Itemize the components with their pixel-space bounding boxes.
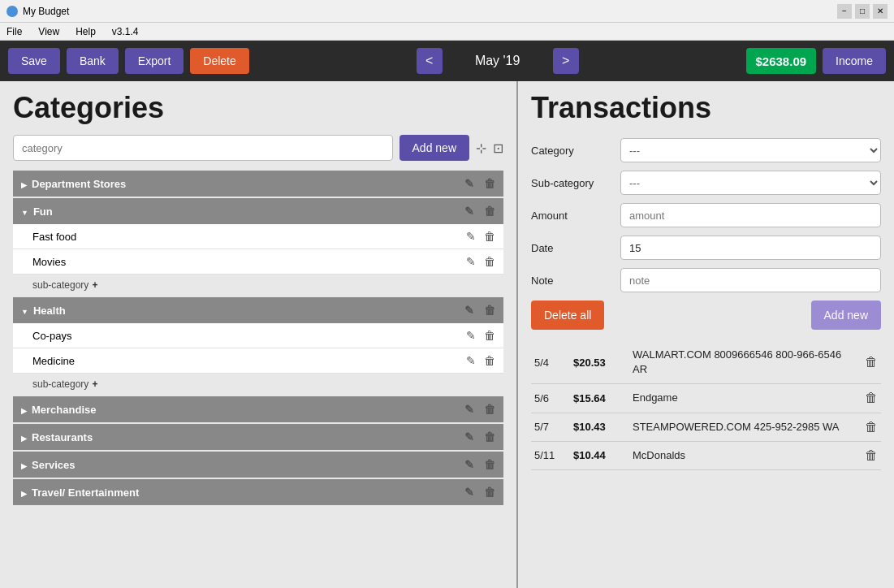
delete-co-pays-icon[interactable]: 🗑 (484, 329, 495, 342)
delete-department-stores-icon[interactable]: 🗑 (484, 177, 495, 190)
delete-button[interactable]: Delete (190, 48, 248, 74)
chevron-right-icon (21, 431, 27, 443)
categories-title: Categories (13, 91, 503, 125)
close-button[interactable]: ✕ (873, 4, 888, 19)
list-item: Movies ✎ 🗑 (13, 249, 503, 275)
sub-category-select[interactable]: --- (620, 171, 881, 195)
edit-fast-food-icon[interactable]: ✎ (466, 230, 476, 243)
category-group-department-stores: Department Stores ✎ 🗑 (13, 171, 503, 197)
transactions-title: Transactions (531, 91, 881, 125)
maximize-button[interactable]: □ (855, 4, 870, 19)
transaction-date: 5/6 (534, 392, 567, 404)
note-input[interactable] (620, 268, 881, 292)
amount-row: Amount (531, 203, 881, 227)
categories-panel: Categories Add new ⊹ ⊡ Department Stores (0, 81, 518, 588)
title-bar: My Budget − □ ✕ (0, 0, 894, 23)
month-label: May '19 (449, 54, 546, 68)
transaction-amount: $20.53 (573, 357, 626, 369)
amount-input[interactable] (620, 203, 881, 227)
resize-icon[interactable]: ⊹ (476, 141, 486, 156)
delete-fun-icon[interactable]: 🗑 (484, 205, 495, 218)
transaction-date: 5/11 (534, 449, 567, 461)
delete-transaction-icon[interactable]: 🗑 (865, 391, 878, 405)
bank-button[interactable]: Bank (67, 48, 119, 74)
category-group-travel: Travel/ Entertainment ✎ 🗑 (13, 479, 503, 505)
delete-health-icon[interactable]: 🗑 (484, 304, 495, 317)
minimize-button[interactable]: − (837, 4, 852, 19)
category-header-merchandise[interactable]: Merchandise ✎ 🗑 (13, 396, 503, 422)
delete-restaurants-icon[interactable]: 🗑 (484, 430, 495, 443)
date-input[interactable] (620, 236, 881, 260)
category-group-fun: Fun ✎ 🗑 Fast food ✎ 🗑 Movies (13, 198, 503, 296)
edit-co-pays-icon[interactable]: ✎ (466, 329, 476, 342)
category-header-services[interactable]: Services ✎ 🗑 (13, 452, 503, 478)
category-row: Category --- (531, 138, 881, 162)
date-row: Date (531, 236, 881, 260)
delete-transaction-icon[interactable]: 🗑 (865, 420, 878, 435)
chevron-down-icon (21, 205, 28, 218)
edit-merchandise-icon[interactable]: ✎ (464, 403, 474, 416)
edit-movies-icon[interactable]: ✎ (466, 255, 476, 268)
category-search-input[interactable] (13, 135, 393, 161)
edit-travel-icon[interactable]: ✎ (464, 486, 474, 499)
subcategory-fast-food: Fast food (32, 231, 76, 243)
sub-category-label-health: sub-category (32, 378, 89, 390)
menu-bar: File View Help v3.1.4 (0, 23, 894, 41)
subcategory-co-pays: Co-pays (32, 330, 71, 342)
edit-health-icon[interactable]: ✎ (464, 304, 474, 317)
category-name-health: Health (33, 305, 66, 317)
income-button[interactable]: Income (823, 48, 886, 74)
menu-view[interactable]: View (35, 24, 63, 39)
subcategory-medicine: Medicine (32, 355, 75, 367)
chevron-right-icon (21, 486, 27, 499)
category-header-department-stores[interactable]: Department Stores ✎ 🗑 (13, 171, 503, 197)
export-button[interactable]: Export (125, 48, 184, 74)
category-header-restaurants[interactable]: Restaurants ✎ 🗑 (13, 424, 503, 450)
add-subcategory-health[interactable]: sub-category + (13, 374, 503, 395)
list-item: Co-pays ✎ 🗑 (13, 323, 503, 348)
transaction-description: STEAMPOWERED.COM 425-952-2985 WA (633, 420, 858, 435)
sub-category-label: sub-category (32, 279, 89, 291)
transaction-actions: Delete all Add new (531, 300, 881, 330)
add-subcategory-fun[interactable]: sub-category + (13, 275, 503, 296)
category-select[interactable]: --- (620, 138, 881, 162)
delete-movies-icon[interactable]: 🗑 (484, 255, 495, 268)
menu-help[interactable]: Help (72, 24, 99, 39)
income-amount: $2638.09 (746, 48, 817, 74)
edit-services-icon[interactable]: ✎ (464, 458, 474, 471)
delete-transaction-icon[interactable]: 🗑 (865, 355, 878, 370)
transaction-date: 5/7 (534, 421, 567, 433)
menu-file[interactable]: File (3, 24, 25, 39)
main-content: Categories Add new ⊹ ⊡ Department Stores (0, 81, 894, 588)
expand-icon[interactable]: ⊡ (493, 141, 503, 156)
delete-medicine-icon[interactable]: 🗑 (484, 354, 495, 367)
category-header-fun[interactable]: Fun ✎ 🗑 (13, 198, 503, 224)
add-new-transaction-button[interactable]: Add new (811, 300, 881, 330)
prev-month-button[interactable]: < (417, 48, 443, 74)
list-item: Fast food ✎ 🗑 (13, 224, 503, 249)
edit-fun-icon[interactable]: ✎ (464, 205, 474, 218)
delete-transaction-icon[interactable]: 🗑 (865, 448, 878, 463)
delete-services-icon[interactable]: 🗑 (484, 458, 495, 471)
category-header-travel[interactable]: Travel/ Entertainment ✎ 🗑 (13, 479, 503, 505)
edit-restaurants-icon[interactable]: ✎ (464, 430, 474, 443)
category-field-label: Category (531, 145, 620, 157)
save-button[interactable]: Save (8, 48, 60, 74)
delete-fast-food-icon[interactable]: 🗑 (484, 230, 495, 243)
note-row: Note (531, 268, 881, 292)
delete-all-button[interactable]: Delete all (531, 300, 604, 330)
category-header-health[interactable]: Health ✎ 🗑 (13, 297, 503, 323)
transaction-amount: $15.64 (573, 392, 626, 404)
toolbar: Save Bank Export Delete < May '19 > $263… (0, 41, 894, 81)
delete-merchandise-icon[interactable]: 🗑 (484, 403, 495, 416)
app-icon (6, 6, 18, 17)
delete-travel-icon[interactable]: 🗑 (484, 486, 495, 499)
transaction-description: McDonalds (633, 448, 858, 463)
category-name-department-stores: Department Stores (32, 178, 126, 190)
chevron-down-icon (21, 305, 28, 317)
next-month-button[interactable]: > (553, 48, 579, 74)
subcategory-movies: Movies (32, 256, 66, 268)
add-category-button[interactable]: Add new (399, 135, 469, 161)
edit-department-stores-icon[interactable]: ✎ (464, 177, 474, 190)
edit-medicine-icon[interactable]: ✎ (466, 354, 476, 367)
